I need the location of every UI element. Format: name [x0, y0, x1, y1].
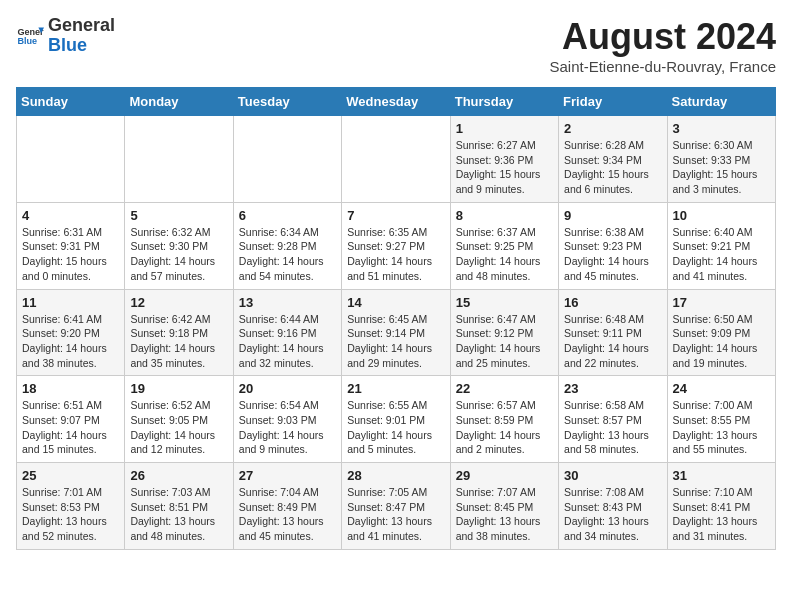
header-day-thursday: Thursday [450, 88, 558, 116]
svg-text:Blue: Blue [17, 36, 37, 46]
calendar-cell: 3Sunrise: 6:30 AM Sunset: 9:33 PM Daylig… [667, 116, 775, 203]
day-number: 3 [673, 121, 770, 136]
logo: General Blue General Blue [16, 16, 115, 56]
day-number: 7 [347, 208, 444, 223]
day-number: 21 [347, 381, 444, 396]
calendar-cell: 26Sunrise: 7:03 AM Sunset: 8:51 PM Dayli… [125, 463, 233, 550]
calendar-cell [125, 116, 233, 203]
calendar-cell: 12Sunrise: 6:42 AM Sunset: 9:18 PM Dayli… [125, 289, 233, 376]
logo-icon: General Blue [16, 22, 44, 50]
day-number: 11 [22, 295, 119, 310]
day-info: Sunrise: 6:50 AM Sunset: 9:09 PM Dayligh… [673, 312, 770, 371]
day-info: Sunrise: 7:08 AM Sunset: 8:43 PM Dayligh… [564, 485, 661, 544]
day-number: 17 [673, 295, 770, 310]
day-info: Sunrise: 6:48 AM Sunset: 9:11 PM Dayligh… [564, 312, 661, 371]
day-number: 26 [130, 468, 227, 483]
calendar-week-1: 4Sunrise: 6:31 AM Sunset: 9:31 PM Daylig… [17, 202, 776, 289]
calendar-cell: 23Sunrise: 6:58 AM Sunset: 8:57 PM Dayli… [559, 376, 667, 463]
day-number: 9 [564, 208, 661, 223]
title-area: August 2024 Saint-Etienne-du-Rouvray, Fr… [550, 16, 777, 75]
day-number: 6 [239, 208, 336, 223]
calendar-cell: 27Sunrise: 7:04 AM Sunset: 8:49 PM Dayli… [233, 463, 341, 550]
day-info: Sunrise: 6:34 AM Sunset: 9:28 PM Dayligh… [239, 225, 336, 284]
day-info: Sunrise: 6:58 AM Sunset: 8:57 PM Dayligh… [564, 398, 661, 457]
day-info: Sunrise: 7:07 AM Sunset: 8:45 PM Dayligh… [456, 485, 553, 544]
day-number: 12 [130, 295, 227, 310]
calendar-cell: 5Sunrise: 6:32 AM Sunset: 9:30 PM Daylig… [125, 202, 233, 289]
calendar-cell: 30Sunrise: 7:08 AM Sunset: 8:43 PM Dayli… [559, 463, 667, 550]
calendar-body: 1Sunrise: 6:27 AM Sunset: 9:36 PM Daylig… [17, 116, 776, 550]
calendar-week-4: 25Sunrise: 7:01 AM Sunset: 8:53 PM Dayli… [17, 463, 776, 550]
day-info: Sunrise: 7:05 AM Sunset: 8:47 PM Dayligh… [347, 485, 444, 544]
calendar-cell [342, 116, 450, 203]
calendar-cell: 17Sunrise: 6:50 AM Sunset: 9:09 PM Dayli… [667, 289, 775, 376]
calendar-cell: 14Sunrise: 6:45 AM Sunset: 9:14 PM Dayli… [342, 289, 450, 376]
header-day-sunday: Sunday [17, 88, 125, 116]
day-info: Sunrise: 6:42 AM Sunset: 9:18 PM Dayligh… [130, 312, 227, 371]
calendar-cell: 20Sunrise: 6:54 AM Sunset: 9:03 PM Dayli… [233, 376, 341, 463]
month-title: August 2024 [550, 16, 777, 58]
day-info: Sunrise: 6:35 AM Sunset: 9:27 PM Dayligh… [347, 225, 444, 284]
day-info: Sunrise: 6:32 AM Sunset: 9:30 PM Dayligh… [130, 225, 227, 284]
day-info: Sunrise: 7:10 AM Sunset: 8:41 PM Dayligh… [673, 485, 770, 544]
calendar-cell: 29Sunrise: 7:07 AM Sunset: 8:45 PM Dayli… [450, 463, 558, 550]
day-info: Sunrise: 6:41 AM Sunset: 9:20 PM Dayligh… [22, 312, 119, 371]
calendar-cell: 9Sunrise: 6:38 AM Sunset: 9:23 PM Daylig… [559, 202, 667, 289]
calendar-cell [17, 116, 125, 203]
calendar-cell: 31Sunrise: 7:10 AM Sunset: 8:41 PM Dayli… [667, 463, 775, 550]
calendar-cell: 24Sunrise: 7:00 AM Sunset: 8:55 PM Dayli… [667, 376, 775, 463]
day-info: Sunrise: 6:55 AM Sunset: 9:01 PM Dayligh… [347, 398, 444, 457]
day-number: 15 [456, 295, 553, 310]
calendar-cell: 13Sunrise: 6:44 AM Sunset: 9:16 PM Dayli… [233, 289, 341, 376]
header-day-monday: Monday [125, 88, 233, 116]
logo-blue-text: Blue [48, 35, 87, 55]
calendar-cell: 2Sunrise: 6:28 AM Sunset: 9:34 PM Daylig… [559, 116, 667, 203]
day-info: Sunrise: 6:28 AM Sunset: 9:34 PM Dayligh… [564, 138, 661, 197]
day-number: 18 [22, 381, 119, 396]
day-info: Sunrise: 6:57 AM Sunset: 8:59 PM Dayligh… [456, 398, 553, 457]
calendar-cell: 6Sunrise: 6:34 AM Sunset: 9:28 PM Daylig… [233, 202, 341, 289]
day-number: 13 [239, 295, 336, 310]
day-info: Sunrise: 7:04 AM Sunset: 8:49 PM Dayligh… [239, 485, 336, 544]
header-day-saturday: Saturday [667, 88, 775, 116]
day-number: 27 [239, 468, 336, 483]
location: Saint-Etienne-du-Rouvray, France [550, 58, 777, 75]
calendar-cell: 15Sunrise: 6:47 AM Sunset: 9:12 PM Dayli… [450, 289, 558, 376]
header-row: SundayMondayTuesdayWednesdayThursdayFrid… [17, 88, 776, 116]
day-info: Sunrise: 6:37 AM Sunset: 9:25 PM Dayligh… [456, 225, 553, 284]
day-info: Sunrise: 6:38 AM Sunset: 9:23 PM Dayligh… [564, 225, 661, 284]
day-info: Sunrise: 6:27 AM Sunset: 9:36 PM Dayligh… [456, 138, 553, 197]
day-number: 25 [22, 468, 119, 483]
day-number: 16 [564, 295, 661, 310]
calendar-cell: 19Sunrise: 6:52 AM Sunset: 9:05 PM Dayli… [125, 376, 233, 463]
day-number: 30 [564, 468, 661, 483]
calendar-table: SundayMondayTuesdayWednesdayThursdayFrid… [16, 87, 776, 550]
calendar-cell: 21Sunrise: 6:55 AM Sunset: 9:01 PM Dayli… [342, 376, 450, 463]
day-info: Sunrise: 6:45 AM Sunset: 9:14 PM Dayligh… [347, 312, 444, 371]
day-info: Sunrise: 6:44 AM Sunset: 9:16 PM Dayligh… [239, 312, 336, 371]
calendar-cell: 11Sunrise: 6:41 AM Sunset: 9:20 PM Dayli… [17, 289, 125, 376]
day-number: 10 [673, 208, 770, 223]
calendar-week-3: 18Sunrise: 6:51 AM Sunset: 9:07 PM Dayli… [17, 376, 776, 463]
day-number: 19 [130, 381, 227, 396]
calendar-week-2: 11Sunrise: 6:41 AM Sunset: 9:20 PM Dayli… [17, 289, 776, 376]
day-number: 29 [456, 468, 553, 483]
day-info: Sunrise: 7:00 AM Sunset: 8:55 PM Dayligh… [673, 398, 770, 457]
calendar-cell: 8Sunrise: 6:37 AM Sunset: 9:25 PM Daylig… [450, 202, 558, 289]
calendar-header: SundayMondayTuesdayWednesdayThursdayFrid… [17, 88, 776, 116]
day-number: 23 [564, 381, 661, 396]
day-number: 4 [22, 208, 119, 223]
day-info: Sunrise: 6:31 AM Sunset: 9:31 PM Dayligh… [22, 225, 119, 284]
calendar-cell: 28Sunrise: 7:05 AM Sunset: 8:47 PM Dayli… [342, 463, 450, 550]
calendar-cell [233, 116, 341, 203]
logo-general-text: General [48, 15, 115, 35]
calendar-cell: 1Sunrise: 6:27 AM Sunset: 9:36 PM Daylig… [450, 116, 558, 203]
day-info: Sunrise: 7:03 AM Sunset: 8:51 PM Dayligh… [130, 485, 227, 544]
day-info: Sunrise: 6:47 AM Sunset: 9:12 PM Dayligh… [456, 312, 553, 371]
day-info: Sunrise: 7:01 AM Sunset: 8:53 PM Dayligh… [22, 485, 119, 544]
day-info: Sunrise: 6:40 AM Sunset: 9:21 PM Dayligh… [673, 225, 770, 284]
day-number: 28 [347, 468, 444, 483]
day-number: 31 [673, 468, 770, 483]
day-number: 20 [239, 381, 336, 396]
day-number: 2 [564, 121, 661, 136]
